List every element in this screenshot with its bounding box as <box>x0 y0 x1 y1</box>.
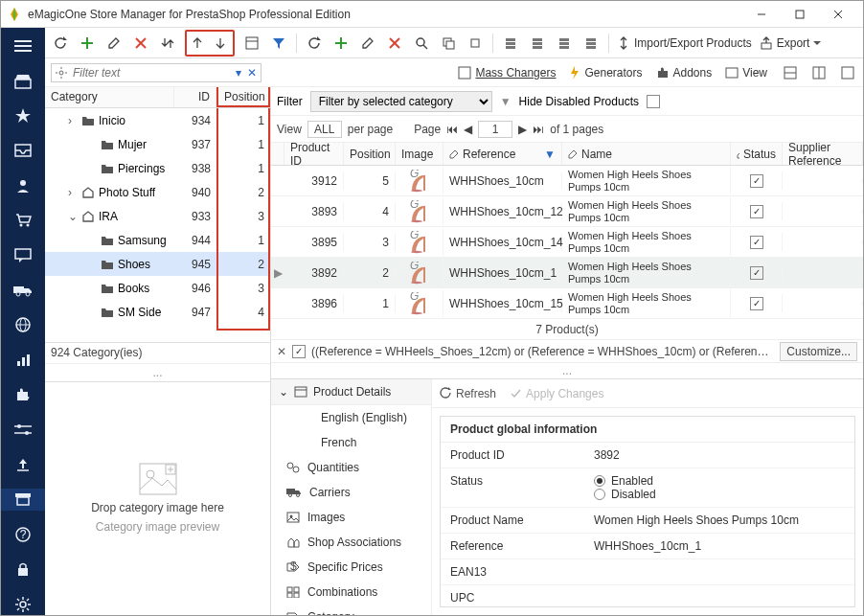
status-checkbox[interactable]: ✓ <box>750 174 763 188</box>
sliders-icon[interactable] <box>1 419 45 440</box>
column-icon-1[interactable] <box>242 34 261 53</box>
product-grid[interactable]: 39125GWHHShoes_10cmWomen High Heels Shoe… <box>271 166 863 319</box>
col-id[interactable]: ID <box>174 87 216 107</box>
addons-button[interactable]: Addons <box>656 66 716 80</box>
pgi-name-value[interactable]: Women High Heels Shoes Pumps 10cm <box>594 513 845 527</box>
detail-nav-item[interactable]: Images <box>271 505 431 530</box>
apply-changes-button[interactable]: Apply Changes <box>510 387 603 400</box>
refresh-button[interactable]: Refresh <box>440 387 496 400</box>
product-row[interactable]: 38934GWHHShoes_10cm_12Women High Heels S… <box>271 196 863 227</box>
pager-page-input[interactable]: 1 <box>478 121 512 138</box>
status-enabled-radio[interactable]: Enabled <box>594 474 845 488</box>
pgi-ref-value[interactable]: WHHShoes_10cm_1 <box>594 539 845 553</box>
add-icon[interactable] <box>78 34 97 53</box>
detail-nav-item[interactable]: Category <box>271 605 431 616</box>
upload-icon[interactable] <box>1 454 45 475</box>
pgi-ean-value[interactable] <box>594 565 845 579</box>
filter-select[interactable]: Filter by selected category <box>310 91 492 112</box>
close-button[interactable] <box>819 3 857 26</box>
col-position[interactable]: Position <box>216 87 270 107</box>
prod-add-icon[interactable] <box>331 34 351 53</box>
product-row[interactable]: 38961GWHHShoes_10cm_15Women High Heels S… <box>271 288 863 319</box>
product-row[interactable]: 39125GWHHShoes_10cmWomen High Heels Shoe… <box>271 166 863 196</box>
copy-icon[interactable] <box>439 34 458 53</box>
truck-icon[interactable] <box>1 280 45 301</box>
delete-icon[interactable] <box>131 34 150 53</box>
archive-icon[interactable] <box>1 489 45 510</box>
pager-next-icon[interactable]: ▶ <box>518 123 527 136</box>
import-export-button[interactable]: Import/Export Products <box>617 36 752 50</box>
maximize-button[interactable] <box>781 3 819 26</box>
plugin-icon[interactable] <box>1 384 45 405</box>
swap-icon[interactable] <box>158 34 177 53</box>
category-row[interactable]: Mujer9371 <box>45 132 270 156</box>
pager-all-select[interactable]: ALL <box>307 121 342 138</box>
gh-status[interactable]: Status <box>731 143 783 165</box>
detail-nav-item[interactable]: $Specific Prices <box>271 555 431 580</box>
menu-icon[interactable] <box>1 35 45 57</box>
layout-icon-2[interactable] <box>809 63 829 82</box>
detail-nav-header[interactable]: ⌄ Product Details <box>271 379 431 405</box>
category-row[interactable]: Piercings9381 <box>45 156 270 180</box>
status-checkbox[interactable]: ✓ <box>750 297 763 310</box>
search-icon[interactable] <box>412 34 431 53</box>
status-disabled-radio[interactable]: Disabled <box>594 488 845 501</box>
category-row[interactable]: ›Inicio9341 <box>45 108 270 132</box>
prod-refresh-icon[interactable] <box>305 34 324 53</box>
generators-button[interactable]: Generators <box>569 66 646 80</box>
mass-changers-button[interactable]: Mass Changers <box>458 66 559 80</box>
gh-name[interactable]: Name <box>562 143 731 165</box>
chart-icon[interactable] <box>1 350 45 371</box>
detail-nav-item[interactable]: English (English) <box>271 405 431 430</box>
clone-icon[interactable] <box>466 34 485 53</box>
category-row[interactable]: ⌄IRA9333 <box>45 204 270 228</box>
stack-icon-1[interactable] <box>501 34 520 53</box>
category-row[interactable]: Shoes9452 <box>45 252 270 276</box>
edit-icon[interactable] <box>104 34 124 53</box>
category-row[interactable]: Books9463 <box>45 276 270 300</box>
filter-icon[interactable] <box>269 34 288 53</box>
detail-nav-item[interactable]: Carriers <box>271 480 431 505</box>
pgi-upc-value[interactable] <box>594 591 845 605</box>
collapse-icon[interactable] <box>212 34 231 53</box>
product-row[interactable]: ▶38922GWHHShoes_10cm_1Women High Heels S… <box>271 258 863 288</box>
filter-text-input[interactable] <box>73 66 230 80</box>
customize-button[interactable]: Customize... <box>780 342 857 361</box>
product-row[interactable]: 38953GWHHShoes_10cm_14Women High Heels S… <box>271 227 863 258</box>
gear-icon[interactable] <box>1 594 45 615</box>
export-button[interactable]: Export <box>760 36 822 50</box>
filter-check[interactable]: ✓ <box>292 345 306 358</box>
cart-icon[interactable] <box>1 210 45 231</box>
store-icon[interactable] <box>1 70 45 91</box>
filter-clear-icon[interactable]: ✕ <box>247 66 257 80</box>
status-checkbox[interactable]: ✓ <box>750 236 763 249</box>
hide-disabled-checkbox[interactable] <box>647 95 660 108</box>
gh-image[interactable]: Image <box>396 143 443 165</box>
prod-edit-icon[interactable] <box>358 34 377 53</box>
category-row[interactable]: ›Photo Stuff9402 <box>45 180 270 204</box>
gear-small-icon[interactable] <box>56 67 67 79</box>
stack-icon-4[interactable] <box>581 34 601 53</box>
detail-nav-item[interactable]: Quantities <box>271 455 431 480</box>
stack-icon-2[interactable] <box>528 34 547 53</box>
pager-prev-icon[interactable]: ◀ <box>464 123 472 136</box>
view-button[interactable]: View <box>725 66 771 80</box>
category-row[interactable]: Samsung9441 <box>45 228 270 252</box>
gh-product-id[interactable]: Product ID <box>284 143 344 165</box>
funnel-icon[interactable]: ▼ <box>500 95 512 108</box>
inbox-icon[interactable] <box>1 140 45 161</box>
detail-nav-item[interactable]: Combinations <box>271 580 431 605</box>
stack-icon-3[interactable] <box>555 34 574 53</box>
layout-icon-3[interactable] <box>838 63 857 82</box>
refresh-icon[interactable] <box>51 34 70 53</box>
chat-icon[interactable] <box>1 244 45 265</box>
prod-delete-icon[interactable] <box>385 34 404 53</box>
filter-funnel-icon[interactable]: ▾ <box>236 66 241 80</box>
user-icon[interactable] <box>1 175 45 196</box>
gh-reference[interactable]: Reference▼ <box>443 143 562 165</box>
globe-icon[interactable] <box>1 314 45 335</box>
status-checkbox[interactable]: ✓ <box>750 205 763 218</box>
filter-clear-icon[interactable]: ✕ <box>277 345 286 358</box>
minimize-button[interactable] <box>742 3 781 26</box>
gh-position[interactable]: Position <box>344 143 396 165</box>
